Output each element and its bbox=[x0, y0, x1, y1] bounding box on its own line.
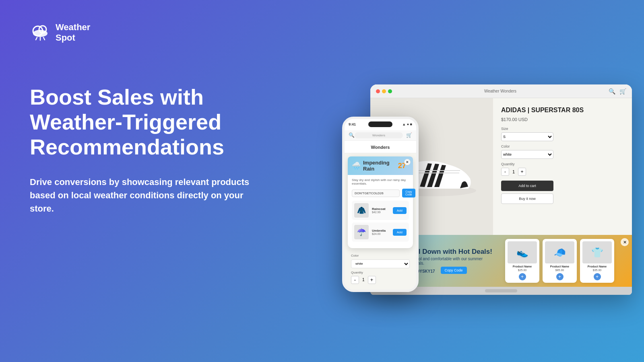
banner-subtitle: Stay cool and comfortable with our summe… bbox=[405, 257, 500, 265]
raincoat-info: Raincoat $42.99 bbox=[372, 207, 390, 214]
phone-store-name: Wonders bbox=[371, 145, 390, 150]
quantity-decrease-btn[interactable]: - bbox=[501, 168, 509, 176]
hero-section: Boost Sales with Weather-Triggered Recom… bbox=[30, 84, 263, 215]
product-add-btn-2[interactable]: + bbox=[556, 273, 564, 280]
product-brand: ADIDAS | SUPERSTAR 80S bbox=[501, 106, 624, 115]
quantity-increase-btn[interactable]: + bbox=[518, 168, 526, 176]
browser-icons: 🔍 🛒 bbox=[609, 88, 626, 95]
devices-container: Weather Wonders 🔍 🛒 bbox=[330, 64, 644, 346]
quantity-row: - 1 + bbox=[501, 168, 624, 176]
product-name-1: Product Name bbox=[508, 265, 537, 268]
phone-time: 9:41 bbox=[349, 122, 356, 126]
product-card-1: 👟 Product Name $25.00 + bbox=[505, 239, 539, 283]
product-name-3: Product Name bbox=[582, 265, 612, 268]
phone-status-icons: ▲ ● ■ bbox=[402, 122, 412, 126]
banner-text: Cool Down with Hot Deals! Stay cool and … bbox=[405, 248, 500, 274]
copy-btn[interactable]: Copy Code bbox=[402, 189, 415, 197]
product-row-umbrella: ☂️ Umbrella $24.00 Add bbox=[352, 222, 409, 242]
coupon-row: Copy Code bbox=[352, 189, 409, 197]
phone-qty-increase[interactable]: + bbox=[368, 276, 376, 284]
copy-code-button[interactable]: Copy Code bbox=[441, 267, 467, 274]
search-icon[interactable]: 🔍 bbox=[609, 88, 615, 95]
laptop-notch bbox=[485, 289, 517, 292]
phone-store-url: Wonders bbox=[372, 134, 385, 137]
phone-back-icon[interactable]: 🔍 bbox=[349, 132, 355, 138]
phone-status-bar: 9:41 ▲ ● ■ bbox=[345, 119, 416, 130]
cart-icon[interactable]: 🛒 bbox=[619, 88, 626, 95]
logo: Weather Spot bbox=[30, 22, 90, 43]
phone-notch bbox=[368, 121, 392, 127]
product-price: $170.00 USD bbox=[501, 117, 624, 122]
quantity-label: Quantity bbox=[501, 162, 624, 166]
raincoat-price: $42.99 bbox=[372, 211, 390, 214]
product-thumb-3: 👕 bbox=[582, 241, 612, 263]
phone-color-label: Color bbox=[351, 254, 410, 257]
product-price-2: $85.00 bbox=[545, 269, 574, 272]
close-banner-button[interactable]: ✕ bbox=[621, 238, 629, 246]
size-select[interactable]: SMLXL bbox=[501, 132, 553, 141]
phone-address-bar[interactable]: Wonders bbox=[355, 132, 403, 138]
browser-dot-green bbox=[388, 89, 392, 93]
hero-subtitle: Drive conversions by showcasing relevant… bbox=[30, 175, 263, 215]
product-add-btn-1[interactable]: + bbox=[519, 273, 526, 280]
hero-title: Boost Sales with Weather-Triggered Recom… bbox=[30, 84, 263, 159]
popup-close-button[interactable]: ✕ bbox=[404, 159, 411, 165]
svg-point-2 bbox=[33, 30, 47, 37]
phone-qty-decrease[interactable]: - bbox=[351, 276, 359, 284]
product-card-2: 🧢 Product Name $85.00 + bbox=[543, 239, 577, 283]
cloud-rain-icon: 🌧️ bbox=[352, 161, 361, 170]
logo-text: Weather Spot bbox=[56, 22, 90, 43]
phone-store-header: Wonders bbox=[345, 141, 416, 153]
svg-line-5 bbox=[43, 37, 45, 40]
raincoat-thumb: 🧥 bbox=[354, 203, 369, 218]
umbrella-price: $24.00 bbox=[372, 232, 390, 235]
buy-now-button[interactable]: Buy it now bbox=[501, 193, 553, 204]
browser-dot-red bbox=[376, 89, 380, 93]
product-price-1: $25.00 bbox=[508, 269, 537, 272]
color-select[interactable]: whiteblack bbox=[501, 150, 553, 159]
product-thumb-1: 👟 bbox=[508, 241, 537, 263]
product-row-raincoat: 🧥 Raincoat $42.99 Add bbox=[352, 201, 409, 220]
store-name-url: Weather Wonders bbox=[484, 89, 516, 93]
raincoat-add-button[interactable]: Add bbox=[393, 207, 407, 214]
browser-dots bbox=[376, 89, 392, 93]
raincoat-name: Raincoat bbox=[372, 207, 390, 211]
phone-color-select[interactable]: white bbox=[351, 259, 410, 268]
product-add-btn-3[interactable]: + bbox=[594, 273, 601, 280]
size-label: Size bbox=[501, 127, 624, 131]
quantity-value: 1 bbox=[512, 169, 515, 174]
product-price-3: $35.00 bbox=[582, 269, 612, 272]
popup-title: Impending Rain bbox=[363, 160, 396, 172]
phone-browser-bar: 🔍 Wonders 🛒 bbox=[345, 130, 416, 141]
phone-mockup: 9:41 ▲ ● ■ 🔍 Wonders 🛒 Wonders ✕ 🌧️ Impe… bbox=[342, 117, 419, 292]
logo-icon bbox=[30, 22, 51, 43]
umbrella-name: Umbrella bbox=[372, 229, 390, 232]
umbrella-add-button[interactable]: Add bbox=[393, 229, 407, 236]
popup-subtitle: Stay dry and stylish with our rainy day … bbox=[352, 178, 409, 185]
product-info-panel: ADIDAS | SUPERSTAR 80S $170.00 USD Size … bbox=[493, 98, 632, 235]
product-thumb-2: 🧢 bbox=[545, 241, 574, 263]
phone-qty-label: Quantity bbox=[351, 271, 410, 274]
coupon-input[interactable] bbox=[352, 189, 400, 197]
product-card-3: 👕 Product Name $35.00 + bbox=[580, 239, 614, 283]
browser-dot-yellow bbox=[382, 89, 386, 93]
phone-weather-popup: ✕ 🌧️ Impending Rain 27° Stay dry and sty… bbox=[348, 156, 413, 248]
laptop-browser-bar: Weather Wonders 🔍 🛒 bbox=[370, 84, 632, 98]
phone-content: ✕ 🌧️ Impending Rain 27° Stay dry and sty… bbox=[345, 153, 416, 290]
banner-title: Cool Down with Hot Deals! bbox=[405, 248, 500, 256]
popup-header: 🌧️ Impending Rain 27° bbox=[348, 156, 413, 175]
banner-products: 👟 Product Name $25.00 + 🧢 Product Name $… bbox=[505, 239, 626, 283]
umbrella-thumb: ☂️ bbox=[354, 225, 369, 239]
browser-url: Weather Wonders bbox=[400, 89, 601, 93]
product-name-2: Product Name bbox=[545, 265, 574, 268]
phone-quantity-row: - 1 + bbox=[351, 276, 410, 284]
umbrella-info: Umbrella $24.00 bbox=[372, 229, 390, 235]
add-to-cart-button[interactable]: Add to cart bbox=[501, 181, 553, 191]
svg-line-3 bbox=[36, 37, 37, 40]
color-label: Color bbox=[501, 144, 624, 148]
phone-product-options: Color white Quantity - 1 + bbox=[348, 251, 413, 286]
phone-qty-value: 1 bbox=[362, 278, 365, 282]
phone-cart-icon[interactable]: 🛒 bbox=[406, 132, 412, 138]
